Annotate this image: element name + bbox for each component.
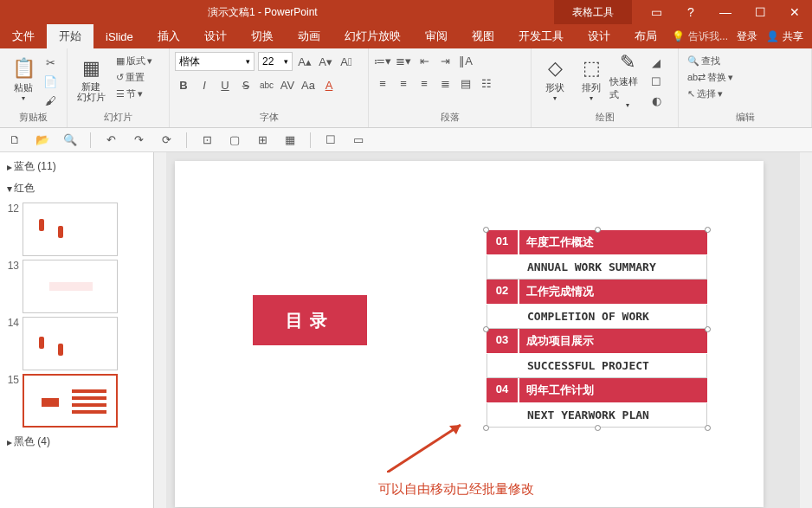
shape-fill-button[interactable]: ◢: [648, 54, 665, 71]
selection-handle[interactable]: [483, 326, 489, 332]
strike-button[interactable]: S̶: [237, 76, 255, 93]
menu-design[interactable]: 设计: [192, 24, 239, 48]
toc-row[interactable]: 01年度工作概述: [487, 230, 707, 254]
reset-button[interactable]: ↺ 重置: [113, 70, 156, 85]
toc-table[interactable]: 01年度工作概述 ANNUAL WORK SUMMARY 02工作完成情况 CO…: [487, 230, 707, 428]
text-direction-button[interactable]: ‖A: [457, 52, 474, 69]
section-blue[interactable]: ▸ 蓝色 (11): [5, 156, 153, 177]
indent-dec-button[interactable]: ⇤: [416, 52, 433, 69]
section-red[interactable]: ▾ 红色: [5, 177, 153, 199]
tell-me[interactable]: 告诉我...: [688, 29, 728, 44]
section-black[interactable]: ▸ 黑色 (4): [5, 431, 153, 453]
selection-handle[interactable]: [705, 425, 711, 431]
shrink-font-button[interactable]: A▾: [317, 53, 334, 70]
new-slide-button[interactable]: ▦新建 幻灯片: [73, 52, 109, 107]
qat-search-button[interactable]: 🔍: [62, 132, 78, 148]
menu-islide[interactable]: iSlide: [93, 24, 145, 48]
select-button[interactable]: ↖ 选择 ▾: [684, 87, 726, 101]
thumbnail-panel[interactable]: ▸ 蓝色 (11) ▾ 红色 12 13 14 15 ▸ 黑色 (4): [0, 152, 154, 508]
selection-handle[interactable]: [595, 425, 601, 431]
menu-animation[interactable]: 动画: [286, 24, 332, 48]
copy-button[interactable]: 📄: [42, 73, 59, 90]
qat-q3-button[interactable]: ⊞: [255, 132, 270, 148]
qat-q5-button[interactable]: ☐: [323, 132, 338, 148]
menu-table-design[interactable]: 设计: [576, 24, 622, 48]
menu-dev[interactable]: 开发工具: [506, 24, 576, 48]
qat-undo-button[interactable]: ↶: [103, 132, 119, 148]
menu-table-layout[interactable]: 布局: [622, 24, 669, 48]
font-family-select[interactable]: 楷体 ▾: [175, 52, 255, 71]
thumbnail-scrollbar[interactable]: [154, 152, 166, 508]
minimize-button[interactable]: —: [708, 0, 743, 24]
maximize-button[interactable]: ☐: [743, 0, 777, 24]
smartart-button[interactable]: ☷: [478, 74, 495, 92]
qat-q1-button[interactable]: ⊡: [199, 132, 215, 148]
shape-effects-button[interactable]: ◐: [648, 92, 665, 109]
thumbnail-12[interactable]: 12: [5, 203, 153, 256]
section-button[interactable]: ☰ 节 ▾: [113, 87, 156, 101]
paste-button[interactable]: 📋粘贴▾: [5, 52, 42, 107]
align-right-button[interactable]: ≡: [416, 74, 433, 92]
bullets-button[interactable]: ≔▾: [374, 52, 391, 69]
menu-home[interactable]: 开始: [47, 24, 93, 48]
font-size-select[interactable]: 22 ▾: [258, 52, 293, 71]
thumbnail-14[interactable]: 14: [5, 317, 153, 370]
case-button[interactable]: Aa: [300, 76, 317, 93]
toc-row-en[interactable]: COMPLETION OF WORK: [487, 305, 707, 329]
align-center-button[interactable]: ≡: [395, 74, 412, 92]
numbering-button[interactable]: ≣▾: [395, 52, 412, 69]
selection-handle[interactable]: [483, 425, 489, 431]
selection-handle[interactable]: [705, 326, 711, 332]
quick-styles-button[interactable]: ✎快速样式▾: [609, 52, 646, 107]
login-link[interactable]: 登录: [737, 29, 757, 44]
cut-button[interactable]: ✂: [42, 54, 59, 71]
grow-font-button[interactable]: A▴: [296, 53, 313, 70]
format-painter-button[interactable]: 🖌: [42, 92, 59, 109]
menu-view[interactable]: 视图: [460, 24, 506, 48]
ribbon-options-icon[interactable]: ▭: [639, 0, 673, 24]
align-left-button[interactable]: ≡: [374, 74, 391, 92]
spacing-button[interactable]: AV: [279, 76, 296, 93]
qat-refresh-button[interactable]: ⟳: [158, 132, 174, 148]
clear-format-button[interactable]: A⃠: [338, 53, 355, 70]
selection-handle[interactable]: [705, 227, 711, 233]
shadow-button[interactable]: abc: [258, 76, 275, 93]
menu-review[interactable]: 审阅: [413, 24, 460, 48]
toc-row[interactable]: 03成功项目展示: [487, 329, 707, 353]
thumbnail-13[interactable]: 13: [5, 260, 153, 313]
qat-redo-button[interactable]: ↷: [131, 132, 146, 148]
slide-editor[interactable]: 目录 01年度工作概述 ANNUAL WORK SUMMARY 02工作完成情况…: [166, 152, 800, 508]
justify-button[interactable]: ≣: [436, 74, 454, 92]
thumbnail-15[interactable]: 15: [5, 374, 153, 428]
layout-button[interactable]: ▦ 版式 ▾: [113, 54, 156, 68]
close-button[interactable]: ✕: [777, 0, 812, 24]
slide-title-box[interactable]: 目录: [253, 295, 367, 345]
shape-outline-button[interactable]: ☐: [648, 73, 665, 90]
qat-q6-button[interactable]: ▭: [351, 132, 366, 148]
toc-row-en[interactable]: ANNUAL WORK SUMMARY: [487, 255, 707, 280]
qat-open-button[interactable]: 📂: [35, 132, 50, 148]
replace-button[interactable]: ab⇄ 替换 ▾: [684, 70, 737, 85]
font-color-button[interactable]: A: [320, 76, 338, 93]
selection-handle[interactable]: [483, 227, 489, 233]
underline-button[interactable]: U: [216, 76, 234, 93]
arrange-button[interactable]: ⬚排列▾: [573, 52, 609, 107]
menu-transition[interactable]: 切换: [239, 24, 286, 48]
qat-new-button[interactable]: 🗋: [7, 132, 23, 148]
italic-button[interactable]: I: [196, 76, 213, 93]
indent-inc-button[interactable]: ⇥: [436, 52, 454, 69]
qat-q2-button[interactable]: ▢: [227, 132, 242, 148]
columns-button[interactable]: ▤: [457, 74, 474, 92]
menu-slideshow[interactable]: 幻灯片放映: [332, 24, 413, 48]
toc-row-en[interactable]: SUCCESSFUL PROJECT: [487, 354, 707, 378]
slide-canvas[interactable]: 目录 01年度工作概述 ANNUAL WORK SUMMARY 02工作完成情况…: [175, 161, 764, 507]
bold-button[interactable]: B: [175, 76, 192, 93]
qat-q4-button[interactable]: ▦: [282, 132, 298, 148]
help-icon[interactable]: ?: [673, 0, 708, 24]
editor-scrollbar[interactable]: [800, 152, 812, 508]
menu-insert[interactable]: 插入: [145, 24, 192, 48]
selection-handle[interactable]: [595, 227, 601, 233]
share-link[interactable]: 共享: [783, 29, 803, 44]
toc-row[interactable]: 02工作完成情况: [487, 280, 707, 304]
find-button[interactable]: 🔍 查找: [684, 54, 724, 68]
